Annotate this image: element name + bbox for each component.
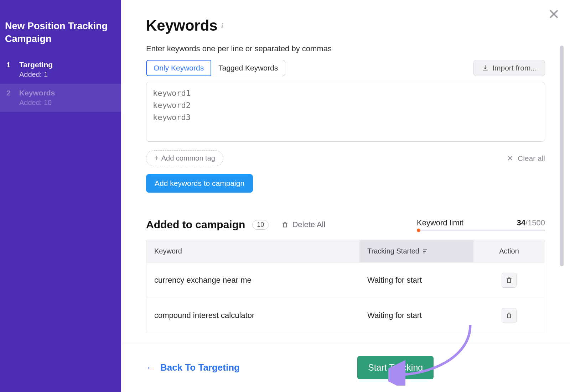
tab-tagged-keywords[interactable]: Tagged Keywords (211, 60, 285, 76)
sidebar: New Position Tracking Campaign 1 Targeti… (0, 0, 121, 392)
trash-icon (281, 221, 289, 228)
cell-keyword: currency exchange near me (146, 266, 359, 295)
sort-desc-icon (422, 248, 429, 255)
start-tracking-button[interactable]: Start Tracking (357, 356, 434, 379)
delete-row-button[interactable] (502, 308, 517, 323)
sidebar-step-keywords[interactable]: 2 Keywords Added: 10 (0, 84, 121, 112)
page-title-row: Keywords i (146, 17, 545, 34)
delete-row-button[interactable] (502, 273, 517, 288)
added-section-header: Added to campaign 10 Delete All Keyword … (146, 218, 545, 231)
sidebar-step-targeting[interactable]: 1 Targeting Added: 1 (0, 56, 121, 84)
keyword-limit: Keyword limit 34/1500 (417, 218, 545, 231)
delete-all-button[interactable]: Delete All (281, 220, 325, 229)
table-header: Keyword Tracking Started Action (146, 240, 545, 262)
col-tracking-started[interactable]: Tracking Started (359, 240, 473, 262)
col-keyword[interactable]: Keyword (146, 240, 359, 262)
clear-all-button[interactable]: ✕ Clear all (507, 154, 545, 163)
sidebar-title: New Position Tracking Campaign (0, 20, 121, 56)
step-label: Keywords (19, 89, 55, 97)
table-row: compound interest calculator Waiting for… (146, 298, 545, 333)
close-icon: ✕ (507, 154, 513, 163)
main-content: Keywords i Enter keywords one per line o… (121, 0, 570, 392)
tabs-row: Only Keywords Tagged Keywords Import fro… (146, 60, 545, 76)
import-label: Import from... (492, 64, 537, 72)
back-label: Back To Targeting (160, 362, 240, 373)
cell-status: Waiting for start (359, 301, 473, 330)
arrow-left-icon: ← (146, 362, 155, 373)
keywords-textarea[interactable] (146, 82, 545, 142)
footer-bar: ← Back To Targeting Start Tracking (121, 343, 570, 392)
limit-progress-bar (417, 230, 545, 231)
help-text: Enter keywords one per line or separated… (146, 44, 545, 53)
add-common-tag-button[interactable]: + Add common tag (146, 150, 223, 166)
tab-only-keywords[interactable]: Only Keywords (146, 60, 211, 76)
info-icon[interactable]: i (221, 21, 223, 30)
table-row: currency exchange near me Waiting for st… (146, 262, 545, 298)
limit-total: /1500 (525, 218, 545, 227)
step-number: 1 (6, 61, 13, 69)
page-title: Keywords (146, 17, 218, 34)
col-action: Action (473, 240, 545, 262)
step-subtext: Added: 1 (19, 70, 53, 79)
cell-status: Waiting for start (359, 266, 473, 295)
added-title: Added to campaign (146, 219, 245, 231)
download-icon (482, 64, 489, 72)
delete-all-label: Delete All (292, 220, 325, 229)
import-from-button[interactable]: Import from... (473, 60, 545, 76)
textarea-actions-row: + Add common tag ✕ Clear all (146, 150, 545, 166)
col-tracking-label: Tracking Started (367, 247, 419, 255)
step-subtext: Added: 10 (19, 99, 55, 107)
trash-icon (506, 277, 513, 284)
cell-keyword: compound interest calculator (146, 301, 359, 330)
limit-label: Keyword limit (417, 218, 463, 228)
limit-used: 34 (517, 218, 525, 227)
step-number: 2 (6, 89, 13, 97)
step-label: Targeting (19, 61, 53, 69)
keyword-mode-segment: Only Keywords Tagged Keywords (146, 60, 285, 76)
plus-icon: + (154, 154, 159, 162)
keywords-table: Keyword Tracking Started Action currency… (146, 240, 545, 333)
add-tag-label: Add common tag (161, 154, 215, 162)
added-count-badge: 10 (252, 220, 269, 230)
trash-icon (506, 312, 513, 319)
clear-all-label: Clear all (518, 154, 545, 163)
add-keywords-to-campaign-button[interactable]: Add keywords to campaign (146, 174, 253, 193)
back-to-targeting-link[interactable]: ← Back To Targeting (146, 362, 240, 373)
